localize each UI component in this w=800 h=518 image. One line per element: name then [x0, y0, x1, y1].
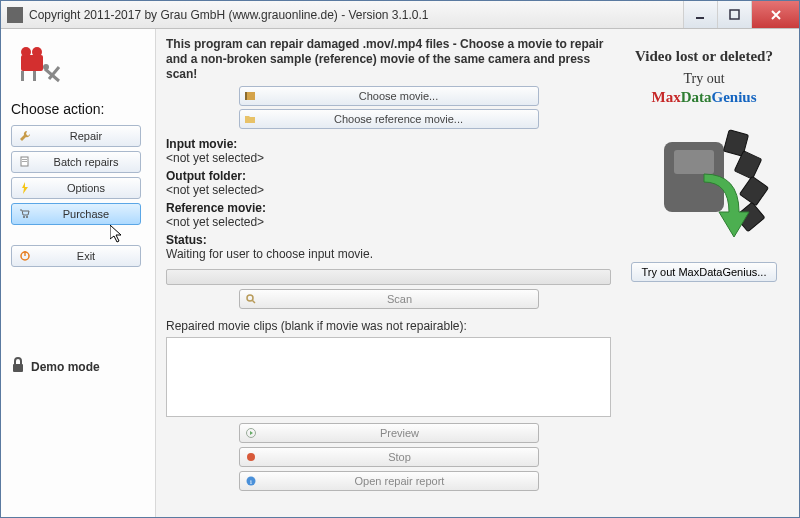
exit-button[interactable]: Exit	[11, 245, 141, 267]
input-movie-value: <not yet selected>	[166, 151, 611, 165]
minimize-button[interactable]	[683, 1, 717, 28]
app-window: Copyright 2011-2017 by Grau GmbH (www.gr…	[0, 0, 800, 518]
bottom-actions: Preview Stop i Open repair report	[166, 423, 611, 491]
svg-point-3	[21, 47, 31, 57]
svg-rect-6	[33, 71, 36, 81]
scan-button[interactable]: Scan	[239, 289, 539, 309]
open-report-label: Open repair report	[262, 475, 538, 487]
demo-mode-label: Demo mode	[31, 360, 100, 374]
svg-text:i: i	[250, 478, 252, 486]
svg-rect-9	[22, 159, 27, 160]
window-controls	[683, 1, 799, 28]
close-button[interactable]	[751, 1, 799, 28]
window-title: Copyright 2011-2017 by Grau GmbH (www.gr…	[29, 8, 683, 22]
svg-point-7	[43, 64, 49, 70]
promo-panel: Video lost or deleted? Try out MaxDataGe…	[619, 37, 789, 509]
svg-rect-14	[24, 251, 25, 256]
promo-subtitle: Try out	[619, 71, 789, 87]
film-icon	[240, 90, 260, 102]
exit-label: Exit	[38, 250, 134, 262]
svg-rect-15	[13, 364, 23, 372]
svg-point-20	[247, 453, 255, 461]
app-icon	[7, 7, 23, 23]
open-report-button[interactable]: i Open repair report	[239, 471, 539, 491]
main-panel: This program can repair damaged .mov/.mp…	[156, 29, 799, 517]
folder-icon	[240, 113, 260, 125]
reference-movie-value: <not yet selected>	[166, 215, 611, 229]
intro-text: This program can repair damaged .mov/.mp…	[166, 37, 611, 82]
promo-title: Video lost or deleted?	[619, 47, 789, 65]
svg-rect-10	[22, 161, 27, 162]
try-button-label: Try out MaxDataGenius...	[642, 266, 767, 278]
progress-bar	[166, 269, 611, 285]
power-icon	[18, 250, 32, 262]
window-body: Choose action: Repair Batch repairs Opti…	[1, 29, 799, 517]
repaired-clips-list[interactable]	[166, 337, 611, 417]
status-value: Waiting for user to choose input movie.	[166, 247, 611, 261]
svg-rect-1	[730, 10, 739, 19]
svg-rect-27	[739, 176, 768, 205]
choose-movie-label: Choose movie...	[260, 90, 538, 102]
svg-rect-2	[21, 55, 43, 71]
output-folder-value: <not yet selected>	[166, 183, 611, 197]
stop-icon	[240, 452, 262, 462]
content-area: This program can repair damaged .mov/.mp…	[166, 37, 619, 509]
svg-rect-5	[21, 71, 24, 81]
output-folder-label: Output folder:	[166, 169, 611, 183]
stop-button[interactable]: Stop	[239, 447, 539, 467]
svg-point-4	[32, 47, 42, 57]
options-label: Options	[38, 182, 134, 194]
purchase-label: Purchase	[38, 208, 134, 220]
cart-icon	[18, 208, 32, 220]
repaired-clips-label: Repaired movie clips (blank if movie was…	[166, 319, 611, 333]
titlebar: Copyright 2011-2017 by Grau GmbH (www.gr…	[1, 1, 799, 29]
stop-label: Stop	[262, 451, 538, 463]
preview-label: Preview	[262, 427, 538, 439]
magnifier-icon	[240, 293, 262, 305]
svg-point-18	[247, 295, 253, 301]
choose-movie-button[interactable]: Choose movie...	[239, 86, 539, 106]
promo-illustration	[634, 112, 774, 252]
info-icon: i	[240, 476, 262, 486]
scan-label: Scan	[262, 293, 538, 305]
play-icon	[240, 428, 262, 438]
preview-button[interactable]: Preview	[239, 423, 539, 443]
repair-button[interactable]: Repair	[11, 125, 141, 147]
repair-label: Repair	[38, 130, 134, 142]
field-block: Input movie: <not yet selected> Output f…	[166, 137, 611, 261]
lock-icon	[11, 357, 25, 376]
svg-rect-17	[245, 92, 247, 100]
options-button[interactable]: Options	[11, 177, 141, 199]
svg-rect-0	[696, 17, 704, 19]
input-movie-label: Input movie:	[166, 137, 611, 151]
promo-brand: MaxDataGenius	[619, 89, 789, 106]
batch-repairs-label: Batch repairs	[38, 156, 134, 168]
maximize-button[interactable]	[717, 1, 751, 28]
choose-reference-label: Choose reference movie...	[260, 113, 538, 125]
svg-point-12	[26, 216, 28, 218]
camera-logo	[15, 41, 63, 89]
purchase-button[interactable]: Purchase	[11, 203, 141, 225]
svg-point-11	[23, 216, 25, 218]
status-label: Status:	[166, 233, 611, 247]
svg-rect-24	[674, 150, 714, 174]
sidebar: Choose action: Repair Batch repairs Opti…	[1, 29, 156, 517]
sidebar-heading: Choose action:	[11, 101, 145, 117]
document-icon	[18, 156, 32, 168]
reference-movie-label: Reference movie:	[166, 201, 611, 215]
try-maxdatagenius-button[interactable]: Try out MaxDataGenius...	[631, 262, 778, 282]
lightning-icon	[18, 182, 32, 194]
demo-mode-indicator: Demo mode	[11, 357, 145, 376]
batch-repairs-button[interactable]: Batch repairs	[11, 151, 141, 173]
wrench-icon	[18, 130, 32, 142]
choose-reference-button[interactable]: Choose reference movie...	[239, 109, 539, 129]
